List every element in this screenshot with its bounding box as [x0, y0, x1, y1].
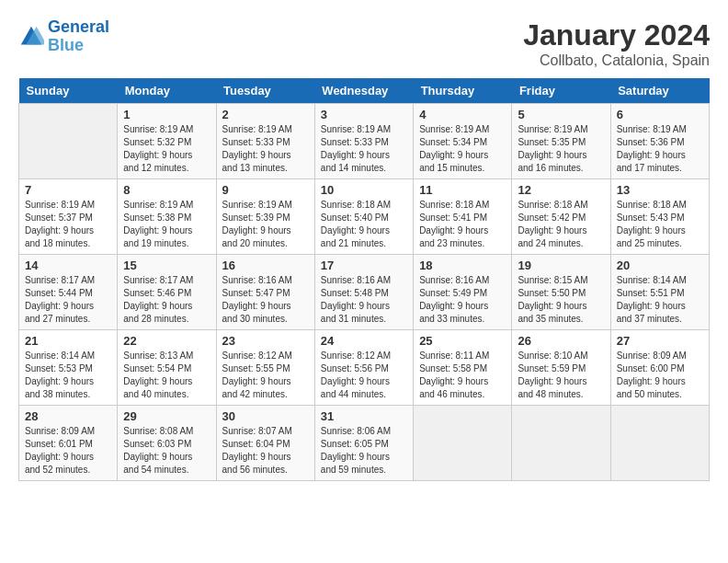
calendar-cell [414, 406, 512, 481]
calendar-cell: 19Sunrise: 8:15 AMSunset: 5:50 PMDayligh… [512, 255, 610, 330]
calendar-cell: 13Sunrise: 8:18 AMSunset: 5:43 PMDayligh… [610, 179, 709, 255]
logo: General Blue [18, 18, 109, 55]
calendar-cell: 21Sunrise: 8:14 AMSunset: 5:53 PMDayligh… [19, 330, 118, 406]
day-info: Sunrise: 8:12 AMSunset: 5:56 PMDaylight:… [321, 350, 407, 401]
day-number: 7 [25, 183, 111, 197]
day-info: Sunrise: 8:18 AMSunset: 5:42 PMDaylight:… [518, 199, 604, 250]
day-number: 14 [25, 259, 111, 272]
day-info: Sunrise: 8:18 AMSunset: 5:40 PMDaylight:… [321, 199, 407, 250]
day-info: Sunrise: 8:13 AMSunset: 5:54 PMDaylight:… [123, 350, 210, 401]
calendar-cell: 8Sunrise: 8:19 AMSunset: 5:38 PMDaylight… [118, 179, 216, 255]
day-info: Sunrise: 8:15 AMSunset: 5:50 PMDaylight:… [518, 274, 604, 326]
subtitle: Collbato, Catalonia, Spain [523, 52, 710, 69]
day-info: Sunrise: 8:14 AMSunset: 5:51 PMDaylight:… [617, 274, 703, 326]
day-number: 21 [25, 334, 111, 348]
calendar-cell: 16Sunrise: 8:16 AMSunset: 5:47 PMDayligh… [216, 255, 314, 330]
day-number: 13 [617, 183, 703, 197]
day-info: Sunrise: 8:16 AMSunset: 5:47 PMDaylight:… [222, 274, 309, 326]
day-info: Sunrise: 8:06 AMSunset: 6:05 PMDaylight:… [321, 425, 407, 477]
calendar-cell: 26Sunrise: 8:10 AMSunset: 5:59 PMDayligh… [512, 330, 610, 406]
day-info: Sunrise: 8:18 AMSunset: 5:41 PMDaylight:… [419, 199, 506, 250]
calendar-cell [610, 406, 709, 481]
calendar-cell: 1Sunrise: 8:19 AMSunset: 5:32 PMDaylight… [118, 104, 216, 179]
page-header: General Blue January 2024 Collbato, Cata… [18, 18, 710, 69]
day-info: Sunrise: 8:19 AMSunset: 5:32 PMDaylight:… [123, 123, 210, 175]
day-number: 26 [518, 334, 604, 348]
day-info: Sunrise: 8:19 AMSunset: 5:38 PMDaylight:… [123, 199, 210, 250]
day-info: Sunrise: 8:07 AMSunset: 6:04 PMDaylight:… [222, 425, 309, 477]
calendar-cell: 5Sunrise: 8:19 AMSunset: 5:35 PMDaylight… [512, 104, 610, 179]
calendar-cell: 28Sunrise: 8:09 AMSunset: 6:01 PMDayligh… [19, 406, 118, 481]
calendar-cell: 24Sunrise: 8:12 AMSunset: 5:56 PMDayligh… [314, 330, 413, 406]
day-number: 2 [222, 108, 309, 121]
day-number: 31 [321, 409, 407, 423]
day-info: Sunrise: 8:12 AMSunset: 5:55 PMDaylight:… [222, 350, 309, 401]
day-number: 20 [617, 259, 703, 272]
logo-text: General Blue [48, 18, 109, 55]
calendar-cell: 27Sunrise: 8:09 AMSunset: 6:00 PMDayligh… [610, 330, 709, 406]
calendar-week-row: 14Sunrise: 8:17 AMSunset: 5:44 PMDayligh… [19, 255, 710, 330]
day-number: 11 [419, 183, 506, 197]
day-number: 24 [321, 334, 407, 348]
day-of-week-header: Sunday [19, 78, 118, 104]
calendar-table: SundayMondayTuesdayWednesdayThursdayFrid… [18, 78, 710, 481]
day-info: Sunrise: 8:19 AMSunset: 5:33 PMDaylight:… [222, 123, 309, 175]
day-number: 25 [419, 334, 506, 348]
calendar-week-row: 7Sunrise: 8:19 AMSunset: 5:37 PMDaylight… [19, 179, 710, 255]
day-number: 27 [617, 334, 703, 348]
calendar-cell: 2Sunrise: 8:19 AMSunset: 5:33 PMDaylight… [216, 104, 314, 179]
calendar-cell: 7Sunrise: 8:19 AMSunset: 5:37 PMDaylight… [19, 179, 118, 255]
calendar-cell: 11Sunrise: 8:18 AMSunset: 5:41 PMDayligh… [414, 179, 512, 255]
calendar-week-row: 1Sunrise: 8:19 AMSunset: 5:32 PMDaylight… [19, 104, 710, 179]
day-info: Sunrise: 8:17 AMSunset: 5:44 PMDaylight:… [25, 274, 111, 326]
day-of-week-header: Tuesday [216, 78, 314, 104]
day-number: 17 [321, 259, 407, 272]
day-of-week-header: Thursday [414, 78, 512, 104]
day-number: 8 [123, 183, 210, 197]
calendar-cell: 10Sunrise: 8:18 AMSunset: 5:40 PMDayligh… [314, 179, 413, 255]
day-number: 19 [518, 259, 604, 272]
day-number: 10 [321, 183, 407, 197]
main-title: January 2024 [523, 18, 710, 52]
day-of-week-header: Wednesday [314, 78, 413, 104]
day-info: Sunrise: 8:19 AMSunset: 5:33 PMDaylight:… [321, 123, 407, 175]
calendar-cell: 25Sunrise: 8:11 AMSunset: 5:58 PMDayligh… [414, 330, 512, 406]
day-number: 5 [518, 108, 604, 121]
day-info: Sunrise: 8:09 AMSunset: 6:01 PMDaylight:… [25, 425, 111, 477]
title-block: January 2024 Collbato, Catalonia, Spain [523, 18, 710, 69]
calendar-week-row: 21Sunrise: 8:14 AMSunset: 5:53 PMDayligh… [19, 330, 710, 406]
calendar-cell: 31Sunrise: 8:06 AMSunset: 6:05 PMDayligh… [314, 406, 413, 481]
calendar-cell: 22Sunrise: 8:13 AMSunset: 5:54 PMDayligh… [118, 330, 216, 406]
day-info: Sunrise: 8:18 AMSunset: 5:43 PMDaylight:… [617, 199, 703, 250]
day-info: Sunrise: 8:16 AMSunset: 5:48 PMDaylight:… [321, 274, 407, 326]
day-info: Sunrise: 8:11 AMSunset: 5:58 PMDaylight:… [419, 350, 506, 401]
day-info: Sunrise: 8:19 AMSunset: 5:34 PMDaylight:… [419, 123, 506, 175]
day-number: 23 [222, 334, 309, 348]
day-of-week-header: Monday [118, 78, 216, 104]
day-number: 15 [123, 259, 210, 272]
day-info: Sunrise: 8:19 AMSunset: 5:36 PMDaylight:… [617, 123, 703, 175]
calendar-cell: 18Sunrise: 8:16 AMSunset: 5:49 PMDayligh… [414, 255, 512, 330]
day-number: 29 [123, 409, 210, 423]
calendar-cell: 23Sunrise: 8:12 AMSunset: 5:55 PMDayligh… [216, 330, 314, 406]
calendar-cell: 3Sunrise: 8:19 AMSunset: 5:33 PMDaylight… [314, 104, 413, 179]
calendar-cell [19, 104, 118, 179]
calendar-cell: 17Sunrise: 8:16 AMSunset: 5:48 PMDayligh… [314, 255, 413, 330]
day-info: Sunrise: 8:19 AMSunset: 5:37 PMDaylight:… [25, 199, 111, 250]
day-number: 1 [123, 108, 210, 121]
day-number: 28 [25, 409, 111, 423]
calendar-cell: 15Sunrise: 8:17 AMSunset: 5:46 PMDayligh… [118, 255, 216, 330]
day-number: 12 [518, 183, 604, 197]
day-number: 16 [222, 259, 309, 272]
calendar-cell [512, 406, 610, 481]
calendar-cell: 14Sunrise: 8:17 AMSunset: 5:44 PMDayligh… [19, 255, 118, 330]
calendar-cell: 30Sunrise: 8:07 AMSunset: 6:04 PMDayligh… [216, 406, 314, 481]
calendar-cell: 29Sunrise: 8:08 AMSunset: 6:03 PMDayligh… [118, 406, 216, 481]
day-number: 6 [617, 108, 703, 121]
day-info: Sunrise: 8:16 AMSunset: 5:49 PMDaylight:… [419, 274, 506, 326]
calendar-cell: 4Sunrise: 8:19 AMSunset: 5:34 PMDaylight… [414, 104, 512, 179]
day-number: 4 [419, 108, 506, 121]
day-info: Sunrise: 8:19 AMSunset: 5:35 PMDaylight:… [518, 123, 604, 175]
day-of-week-header: Saturday [610, 78, 709, 104]
day-info: Sunrise: 8:17 AMSunset: 5:46 PMDaylight:… [123, 274, 210, 326]
